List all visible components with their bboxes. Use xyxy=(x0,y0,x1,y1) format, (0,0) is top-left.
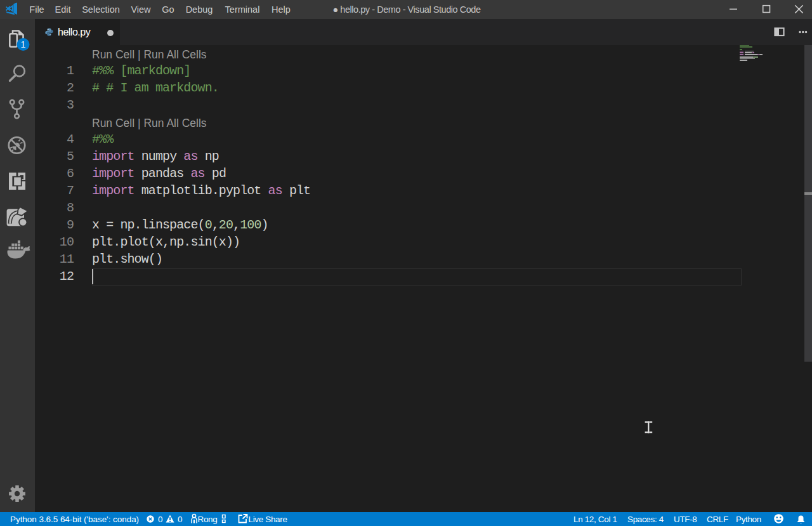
svg-text:1: 1 xyxy=(21,39,26,49)
